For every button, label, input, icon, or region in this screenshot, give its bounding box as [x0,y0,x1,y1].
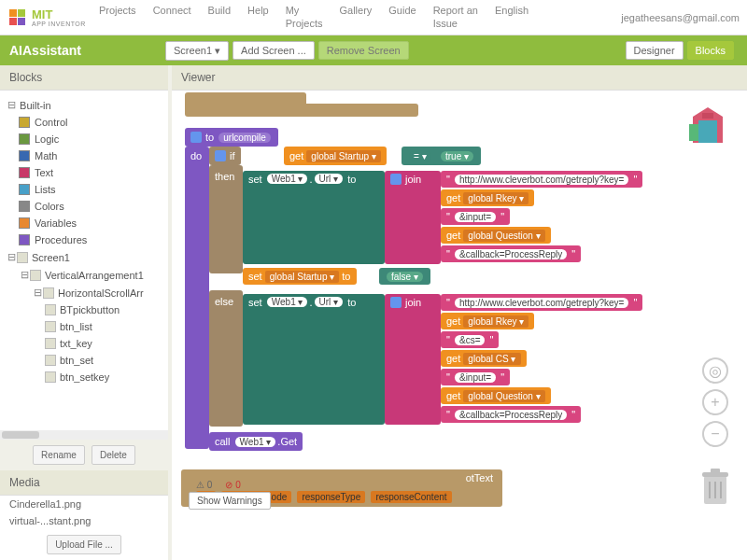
project-name: AIAssistant [9,43,81,58]
component-icon [45,321,56,332]
viewer-header: Viewer [172,65,747,91]
rename-button[interactable]: Rename [33,445,85,465]
builtin-text[interactable]: Text [6,164,162,181]
component-icon [45,338,56,349]
builtin-math[interactable]: Math [6,147,162,164]
screen-icon [17,252,28,263]
block-text[interactable]: " &cs= " [441,331,499,348]
block-get[interactable]: get global Question ▾ [441,387,551,404]
blocks-canvas[interactable]: to urlcompile do if get global Startup ▾… [172,91,747,560]
block-procedure-def[interactable]: to urlcompile [185,128,278,147]
menu-guide[interactable]: Guide [388,5,416,29]
menu-build[interactable]: Build [208,5,231,29]
gear-icon[interactable] [190,132,202,143]
builtin-lists[interactable]: Lists [6,181,162,198]
scrollbar-h[interactable] [0,430,168,440]
block-text[interactable]: " &callback=ProcessReply " [441,406,581,423]
btnsetkey-node[interactable]: btn_setkey [6,369,162,385]
block-text[interactable]: " &input= " [441,208,510,225]
btpick-node[interactable]: BTpickbutton [6,301,162,318]
builtin-logic[interactable]: Logic [6,131,162,147]
builtin-control[interactable]: Control [6,114,162,131]
designer-button[interactable]: Designer [626,41,684,60]
toolbar: AIAssistant Screen1 ▾ Add Screen ... Rem… [0,35,747,65]
svg-rect-7 [711,469,720,473]
backpack-icon[interactable] [682,100,734,152]
user-email[interactable]: jegatheesans@gmail.com [621,12,740,23]
block-get[interactable]: get global Rkey ▾ [441,313,534,329]
logo[interactable]: MIT APP INVENTOR [7,7,86,28]
block-partial[interactable] [185,104,418,117]
block-true[interactable]: true ▾ [433,147,481,165]
block-false[interactable]: false ▾ [379,268,430,285]
block-get[interactable]: get global Startup ▾ [284,147,387,165]
block-get[interactable]: get global CS ▾ [441,350,527,367]
builtin-variables[interactable]: Variables [6,215,162,231]
upload-file-button[interactable]: Upload File ... [47,535,121,554]
svg-rect-3 [18,18,25,25]
blocks-panel-header: Blocks [0,65,168,91]
collapse-icon[interactable]: ⊟ [32,287,43,299]
block-text[interactable]: " &callback=ProcessReply " [441,245,581,262]
menu-report[interactable]: Report an Issue [433,5,478,29]
block-text[interactable]: " &input= " [441,369,510,385]
component-icon [45,304,56,315]
center-button[interactable]: ◎ [702,357,728,384]
menu-help[interactable]: Help [247,5,269,29]
block-join[interactable]: join [385,294,441,425]
va1-node[interactable]: ⊟VerticalArrangement1 [6,266,162,284]
btnset-node[interactable]: btn_set [6,352,162,369]
block-do[interactable]: do [185,147,209,449]
menu-english[interactable]: English [495,5,529,29]
block-then[interactable]: then [209,165,243,273]
txtkey-node[interactable]: txt_key [6,335,162,352]
add-screen-button[interactable]: Add Screen ... [233,41,315,60]
hsa-node[interactable]: ⊟HorizontalScrollArr [6,284,162,301]
media-panel-header: Media [0,470,168,496]
media-file[interactable]: Cinderella1.png [0,496,168,512]
menu-connect[interactable]: Connect [153,5,191,29]
delete-button[interactable]: Delete [92,445,135,465]
block-join[interactable]: join [385,171,441,264]
block-set-var[interactable]: set global Startup ▾ to [243,268,357,285]
logo-mit: MIT [32,8,86,21]
collapse-icon[interactable]: ⊟ [6,251,17,263]
menu-my-projects[interactable]: My Projects [286,5,323,29]
block-text[interactable]: " http://www.cleverbot.com/getreply?key=… [441,171,642,188]
block-get[interactable]: get global Question ▾ [441,227,551,244]
blocks-button[interactable]: Blocks [687,41,734,60]
svg-rect-0 [9,9,17,17]
gear-icon[interactable] [390,297,402,308]
btnlist-node[interactable]: btn_list [6,318,162,335]
collapse-icon[interactable]: ⊟ [19,269,30,281]
error-icon: ⊘ 0 [225,480,240,490]
builtin-colors[interactable]: Colors [6,198,162,215]
zoom-out-button[interactable]: − [702,421,728,447]
builtin-node[interactable]: ⊟ Built-in [6,96,162,114]
svg-rect-1 [18,9,25,17]
block-set-web[interactable]: set Web1 ▾.Url ▾ to [243,294,385,425]
block-call[interactable]: call Web1 ▾.Get [209,432,303,451]
warnings-area: ⚠ 0 ⊘ 0 Show Warnings [189,480,271,510]
screen-dropdown[interactable]: Screen1 ▾ [165,41,229,61]
show-warnings-button[interactable]: Show Warnings [189,492,271,510]
svg-rect-2 [9,18,17,25]
layout-icon [43,287,54,299]
block-set-web[interactable]: set Web1 ▾.Url ▾ to [243,171,385,264]
gear-icon[interactable] [390,174,402,185]
block-text[interactable]: " http://www.cleverbot.com/getreply?key=… [441,294,642,311]
remove-screen-button[interactable]: Remove Screen [318,41,409,60]
menu-gallery[interactable]: Gallery [339,5,372,29]
menu-projects[interactable]: Projects [99,5,136,29]
zoom-in-button[interactable]: + [702,389,728,415]
block-if[interactable]: if [209,147,241,165]
gear-icon[interactable] [215,150,226,161]
screen1-node[interactable]: ⊟Screen1 [6,248,162,266]
block-else[interactable]: else [209,290,243,427]
collapse-icon[interactable]: ⊟ [6,99,17,111]
media-file[interactable]: virtual-...stant.png [0,512,168,529]
block-get[interactable]: get global Rkey ▾ [441,189,534,206]
component-icon [45,355,56,366]
builtin-procedures[interactable]: Procedures [6,231,162,248]
trash-icon[interactable] [700,469,730,506]
